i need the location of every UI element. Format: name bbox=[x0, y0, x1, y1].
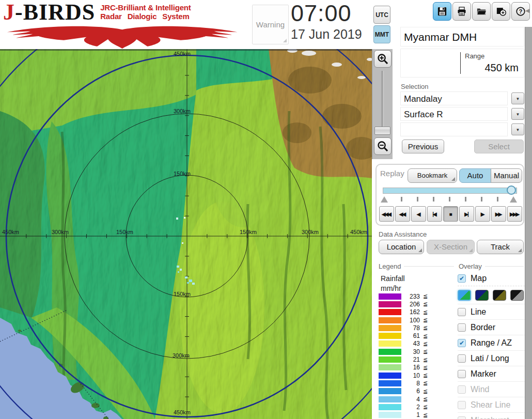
lte-symbol: ≦ bbox=[423, 404, 428, 410]
legend-value: 61 bbox=[404, 332, 420, 339]
add-image-button[interactable] bbox=[492, 2, 510, 21]
manual-button[interactable]: Manual bbox=[491, 168, 522, 183]
replay-slider-handle[interactable] bbox=[507, 185, 516, 195]
legend-entry: 21≦ bbox=[379, 355, 451, 363]
step-back-button[interactable]: |◀ bbox=[427, 206, 442, 222]
chevron-down-icon[interactable]: ▼ bbox=[511, 92, 524, 104]
legend-swatch bbox=[379, 412, 401, 418]
timezone-mmt-button[interactable]: MMT bbox=[373, 25, 390, 43]
map-style-swatches bbox=[458, 286, 525, 304]
checkbox[interactable]: ✔ bbox=[458, 274, 466, 283]
overlay-item-border[interactable]: Border bbox=[458, 319, 525, 335]
fast-rewind-button[interactable]: ◀◀ bbox=[395, 206, 410, 222]
legend-swatch bbox=[379, 396, 401, 402]
jump-start-button[interactable]: ◀◀◀ bbox=[379, 206, 394, 222]
step-forward-button[interactable]: ▶| bbox=[459, 206, 474, 222]
range-start-marker[interactable] bbox=[381, 196, 388, 203]
map-style-black-gray[interactable] bbox=[510, 290, 524, 301]
zoom-slider-track[interactable] bbox=[381, 71, 384, 132]
stop-button[interactable]: ■ bbox=[443, 206, 458, 222]
overlay-item-shear-line: Shear Line bbox=[458, 397, 525, 412]
legend-value: 30 bbox=[404, 348, 420, 355]
map-style-black-olive[interactable] bbox=[493, 290, 506, 301]
overlay-item-label: Shear Line bbox=[471, 400, 510, 410]
legend-entry: 233≦ bbox=[379, 292, 451, 300]
warning-button[interactable]: Warning bbox=[252, 5, 289, 44]
legend-value: 10 bbox=[404, 372, 420, 379]
checkbox[interactable] bbox=[458, 354, 466, 363]
check-icon: ✔ bbox=[459, 340, 464, 346]
checkbox[interactable] bbox=[458, 308, 466, 316]
legend-swatch bbox=[379, 309, 401, 315]
panel-collapse-icon[interactable]: ◀ bbox=[525, 7, 529, 14]
auto-button[interactable]: Auto bbox=[459, 168, 491, 183]
slider-tick bbox=[497, 197, 498, 201]
save-button[interactable] bbox=[433, 2, 451, 21]
legend-swatch bbox=[379, 380, 401, 386]
station-title: Myanmar DMH bbox=[400, 27, 524, 46]
checkbox[interactable] bbox=[458, 370, 466, 378]
chevron-down-icon[interactable]: ▼ bbox=[511, 108, 524, 120]
overlay-item-label: Border bbox=[471, 323, 495, 332]
lte-symbol: ≦ bbox=[423, 364, 428, 371]
play-reverse-button[interactable]: ◀ bbox=[411, 206, 426, 222]
checkbox[interactable] bbox=[458, 385, 466, 394]
site-dropdown-row: Mandalay ▼ bbox=[400, 91, 524, 105]
x-section-button[interactable]: X-Section bbox=[427, 240, 475, 254]
clock-date: 17 Jun 2019 bbox=[291, 27, 381, 43]
overlay-item-range-az[interactable]: ✔Range / AZ bbox=[458, 335, 525, 350]
timezone-utc-button[interactable]: UTC bbox=[373, 6, 390, 24]
overlay-item-label: Microburst bbox=[471, 416, 509, 419]
replay-progress-track[interactable] bbox=[383, 188, 517, 194]
legend-value: 100 bbox=[404, 317, 420, 324]
legend-entry: 16≦ bbox=[379, 364, 451, 371]
overlay-item-label: Wind bbox=[471, 385, 489, 394]
previous-button[interactable]: Previous bbox=[402, 139, 444, 153]
range-ring-label: 450km bbox=[174, 51, 191, 57]
zoom-in-button[interactable] bbox=[374, 50, 392, 68]
legend-swatch bbox=[379, 373, 401, 379]
overlay-item-map[interactable]: ✔Map bbox=[458, 271, 525, 286]
rain-echo bbox=[180, 269, 182, 271]
bookmark-button[interactable]: Bookmark bbox=[408, 168, 457, 183]
checkbox[interactable] bbox=[458, 401, 466, 409]
checkbox[interactable] bbox=[458, 416, 466, 419]
location-button[interactable]: Location bbox=[379, 240, 424, 254]
open-folder-button[interactable] bbox=[472, 2, 491, 21]
track-button[interactable]: Track bbox=[477, 240, 524, 254]
jump-end-button[interactable]: ▶▶▶ bbox=[507, 206, 522, 222]
legend-value: 4 bbox=[404, 396, 420, 403]
overlay-item-lati-long[interactable]: Lati / Long bbox=[458, 350, 525, 366]
chevron-down-icon[interactable]: ▼ bbox=[511, 123, 524, 135]
print-button[interactable] bbox=[452, 2, 471, 21]
save-icon bbox=[437, 6, 447, 17]
legend-swatch bbox=[379, 333, 401, 339]
checkbox[interactable]: ✔ bbox=[458, 339, 466, 347]
panel-scrollbar[interactable] bbox=[525, 27, 532, 419]
fast-forward-button[interactable]: ▶▶ bbox=[491, 206, 506, 222]
map-style-blue-green[interactable] bbox=[458, 290, 471, 301]
overlay-item-line[interactable]: Line bbox=[458, 304, 525, 319]
range-value: 450 km bbox=[484, 62, 519, 74]
range-end-marker[interactable] bbox=[510, 196, 517, 203]
range-label: Range bbox=[465, 52, 484, 60]
lte-symbol: ≦ bbox=[423, 356, 428, 363]
radar-map[interactable]: 450km300km150km450km300km150km150km300km… bbox=[0, 49, 372, 419]
play-button[interactable]: ▶ bbox=[475, 206, 490, 222]
select-button[interactable]: Select bbox=[474, 139, 524, 153]
jbirds-app: 450km300km150km450km300km150km150km300km… bbox=[0, 0, 532, 419]
checkbox[interactable] bbox=[458, 323, 466, 332]
site-dropdown[interactable]: Mandalay bbox=[400, 91, 508, 105]
zoom-slider-handle[interactable] bbox=[374, 127, 390, 135]
overlay-item-marker[interactable]: Marker bbox=[458, 366, 525, 381]
map-style-navy-darkgreen[interactable] bbox=[475, 290, 489, 301]
legend-entries: 233≦206≦162≦100≦78≦61≦43≦30≦21≦16≦10≦8≦6… bbox=[379, 292, 451, 419]
overlay-item-label: Lati / Long bbox=[471, 354, 509, 363]
legend-entry: 1≦ bbox=[379, 411, 451, 418]
zoom-out-button[interactable] bbox=[374, 137, 392, 155]
legend-swatch bbox=[379, 356, 401, 363]
replay-panel: Replay Bookmark Auto Manual ◀◀◀◀◀◀|◀■▶|▶… bbox=[375, 164, 524, 226]
option-dropdown[interactable] bbox=[400, 122, 508, 136]
legend-entry: 206≦ bbox=[379, 300, 451, 308]
product-dropdown[interactable]: Surface R bbox=[400, 107, 508, 121]
